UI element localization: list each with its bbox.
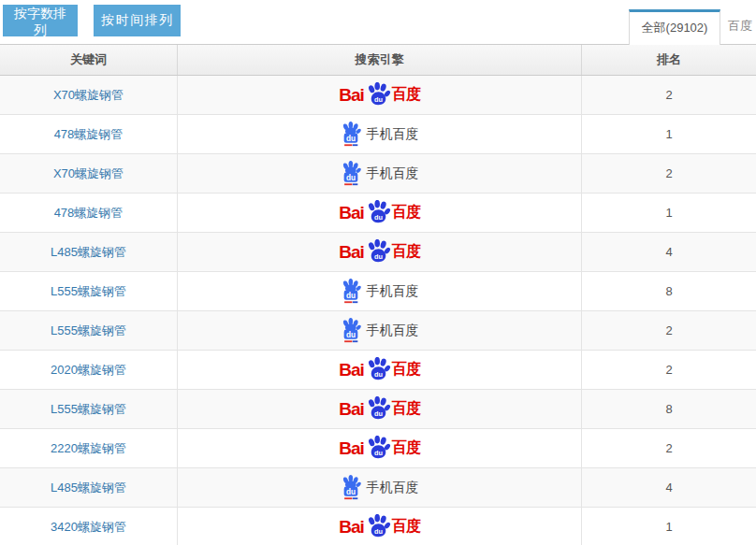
engine-cell: Bai du 百度 <box>178 311 582 350</box>
engine-cell: Bai du 百度 <box>178 351 582 389</box>
keyword-link[interactable]: 2220螺旋钢管 <box>51 440 126 457</box>
rank-value: 8 <box>582 272 756 310</box>
baidu-mobile-label: 手机百度 <box>367 480 419 496</box>
baidu-mobile-engine: du 手机百度 <box>341 318 419 343</box>
keyword-link[interactable]: L555螺旋钢管 <box>51 323 126 339</box>
sort-by-time-button[interactable]: 按时间排列 <box>94 5 181 36</box>
mobile-icon-red-underline <box>344 301 352 303</box>
table-row: L485螺旋钢管 Bai du 百度 <box>0 233 756 272</box>
sort-by-wordcount-button[interactable]: 按字数排列 <box>3 5 78 36</box>
baidu-logo-cn-text: 百度 <box>392 360 420 380</box>
keyword-link[interactable]: L555螺旋钢管 <box>51 401 126 418</box>
column-header-rank: 排名 <box>582 45 756 75</box>
baidu-logo-cn-text: 百度 <box>392 242 420 262</box>
mobile-icon-blue-underline <box>352 497 357 499</box>
baidu-mobile-app-icon: du <box>341 122 361 147</box>
baidu-mobile-engine: du 手机百度 <box>341 161 419 186</box>
table-row: L555螺旋钢管 Bai du 百度 <box>0 390 756 429</box>
keyword-cell: 478螺旋钢管 <box>0 115 178 153</box>
rank-value: 8 <box>582 390 756 428</box>
baidu-logo-bai-text: Bai <box>339 242 364 263</box>
engine-cell: Bai du 百度 <box>178 194 582 232</box>
table-row: 2020螺旋钢管 Bai du 百度 <box>0 351 756 390</box>
engine-cell: Bai du 百度 <box>178 115 582 153</box>
keyword-cell: X70螺旋钢管 <box>0 76 178 114</box>
baidu-logo-bai-text: Bai <box>339 438 364 459</box>
mobile-icon-blue-underline <box>352 301 357 303</box>
baidu-paw-icon: du <box>366 514 391 538</box>
baidu-paw-du-text: du <box>374 252 383 261</box>
baidu-mobile-du-text: du <box>345 331 355 339</box>
rank-value: 2 <box>582 154 756 193</box>
keyword-cell: 3420螺旋钢管 <box>0 508 178 545</box>
keyword-link[interactable]: L485螺旋钢管 <box>51 480 126 496</box>
keyword-link[interactable]: 478螺旋钢管 <box>54 126 124 143</box>
rank-value: 2 <box>582 311 756 350</box>
baidu-logo-bai-text: Bai <box>339 85 364 106</box>
baidu-paw-du-text: du <box>374 409 383 418</box>
mobile-icon-blue-underline <box>352 144 357 146</box>
keyword-link[interactable]: X70螺旋钢管 <box>53 165 124 182</box>
keyword-link[interactable]: 3420螺旋钢管 <box>51 519 126 536</box>
engine-cell: Bai du 百度 <box>178 154 582 193</box>
baidu-mobile-app-icon: du <box>341 161 361 186</box>
keyword-rank-page: 按字数排列 按时间排列 全部(29102) 百度 关键词 搜索引擎 排名 X70… <box>0 0 756 545</box>
baidu-mobile-label: 手机百度 <box>367 323 419 339</box>
rank-value: 2 <box>582 351 756 389</box>
column-header-keyword: 关键词 <box>0 45 178 75</box>
keyword-link[interactable]: X70螺旋钢管 <box>53 87 124 104</box>
baidu-mobile-du-text: du <box>345 488 355 496</box>
tab-baidu[interactable]: 百度 <box>720 9 756 44</box>
keyword-link[interactable]: L485螺旋钢管 <box>51 244 126 261</box>
engine-cell: Bai du 百度 <box>178 468 582 507</box>
baidu-mobile-label: 手机百度 <box>367 165 419 182</box>
baidu-mobile-label: 手机百度 <box>367 283 419 300</box>
baidu-mobile-app-icon: du <box>341 279 361 304</box>
table-row: L555螺旋钢管 Bai du 百度 <box>0 272 756 311</box>
table-row: L485螺旋钢管 Bai du 百度 <box>0 468 756 508</box>
mobile-icon-red-underline <box>344 183 352 185</box>
keyword-link[interactable]: 2020螺旋钢管 <box>51 362 126 379</box>
keyword-cell: L555螺旋钢管 <box>0 390 178 428</box>
baidu-mobile-du-text: du <box>345 292 355 300</box>
table-row: X70螺旋钢管 Bai du 百度 <box>0 154 756 194</box>
keyword-cell: L555螺旋钢管 <box>0 272 178 310</box>
rank-value: 1 <box>582 194 756 232</box>
baidu-mobile-engine: du 手机百度 <box>341 122 419 147</box>
baidu-mobile-du-text: du <box>345 135 355 143</box>
mobile-icon-red-underline <box>344 144 352 146</box>
engine-cell: Bai du 百度 <box>178 233 582 271</box>
table-row: 3420螺旋钢管 Bai du 百度 <box>0 508 756 545</box>
baidu-mobile-label: 手机百度 <box>367 126 419 143</box>
table-row: 2220螺旋钢管 Bai du 百度 <box>0 429 756 468</box>
rank-value: 2 <box>582 76 756 114</box>
table-body: X70螺旋钢管 Bai du 百度 <box>0 76 756 545</box>
baidu-paw-du-text: du <box>374 213 383 222</box>
baidu-logo-bai-text: Bai <box>339 360 364 380</box>
keyword-cell: X70螺旋钢管 <box>0 154 178 193</box>
keyword-link[interactable]: L555螺旋钢管 <box>51 283 126 300</box>
engine-filter-tabs: 全部(29102) 百度 <box>629 9 756 45</box>
baidu-logo-bai-text: Bai <box>339 203 364 223</box>
baidu-desktop-logo: Bai du 百度 <box>339 239 420 265</box>
baidu-paw-du-text: du <box>374 95 383 104</box>
rank-value: 1 <box>582 115 756 153</box>
baidu-logo-cn-text: 百度 <box>392 399 420 419</box>
column-header-engine: 搜索引擎 <box>178 45 582 75</box>
mobile-icon-red-underline <box>344 497 352 499</box>
table-row: L555螺旋钢管 Bai du 百度 <box>0 311 756 351</box>
table-row: 478螺旋钢管 Bai du 百度 <box>0 194 756 233</box>
baidu-paw-du-text: du <box>374 370 383 379</box>
baidu-paw-icon: du <box>366 200 391 223</box>
tab-all[interactable]: 全部(29102) <box>629 9 720 45</box>
baidu-paw-icon: du <box>366 436 391 459</box>
keyword-link[interactable]: 478螺旋钢管 <box>54 205 124 222</box>
baidu-desktop-logo: Bai du 百度 <box>339 514 420 540</box>
mobile-icon-red-underline <box>344 340 352 342</box>
baidu-paw-icon: du <box>366 357 391 380</box>
baidu-desktop-logo: Bai du 百度 <box>339 200 420 226</box>
keyword-cell: 478螺旋钢管 <box>0 194 178 232</box>
baidu-desktop-logo: Bai du 百度 <box>339 82 420 108</box>
baidu-paw-du-text: du <box>374 449 383 457</box>
baidu-desktop-logo: Bai du 百度 <box>339 357 420 383</box>
